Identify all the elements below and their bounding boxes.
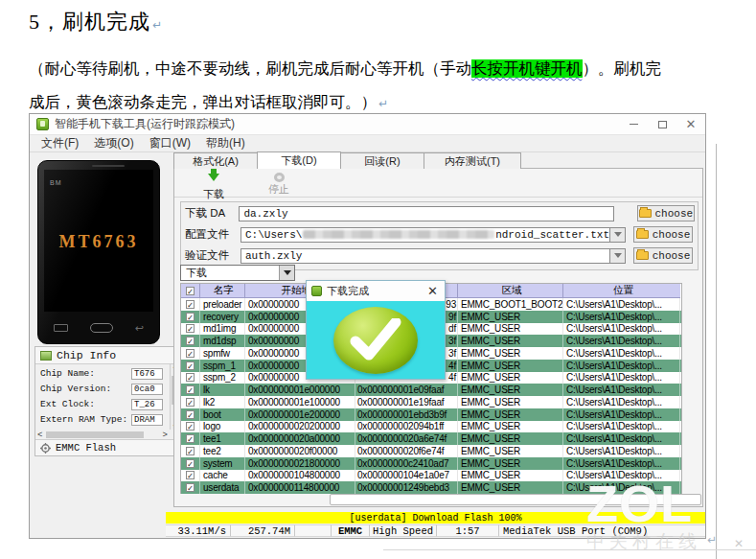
cell-name: md1dsp <box>200 335 245 347</box>
cell-name: preloader <box>200 298 245 311</box>
auth-file-input[interactable]: auth.zxly <box>241 248 610 264</box>
row-checkbox[interactable]: ✓ <box>186 373 195 382</box>
scatter-dropdown-icon[interactable] <box>610 227 626 243</box>
cell-name: tee1 <box>200 432 245 445</box>
cell-start-address: 0x0000000020f00000 <box>245 445 355 457</box>
cell-end-address: 0x000000002094b1ff <box>355 421 458 433</box>
cell-name: logo <box>200 421 245 433</box>
phone-preview-image: BM MT6763 ↩ <box>37 160 160 344</box>
table-row[interactable]: ✓ lk 0x000000001e000000 0x000000001e09fa… <box>181 384 681 396</box>
status-cell: 257.74M <box>231 524 295 537</box>
paragraph-mark: ↵ <box>378 97 388 110</box>
row-checkbox[interactable]: ✓ <box>186 337 195 345</box>
success-check-icon <box>333 307 418 374</box>
download-da-input[interactable]: da.zxly <box>239 206 613 221</box>
stop-button[interactable]: 停止 <box>257 171 301 197</box>
row-checkbox[interactable]: ✓ <box>186 398 195 407</box>
row-checkbox[interactable]: ✓ <box>186 483 195 492</box>
download-mode-dropdown[interactable]: 下载 <box>180 265 295 281</box>
dialog-app-icon <box>311 286 322 296</box>
choose-auth-button[interactable]: choose <box>633 247 693 264</box>
select-all-checkbox[interactable]: ✓ <box>181 284 200 298</box>
table-row[interactable]: ✓ boot 0x000000001e200000 0x000000001ebd… <box>181 408 681 421</box>
choose-scatter-button[interactable]: choose <box>633 226 693 243</box>
app-icon <box>36 118 49 130</box>
tab-memory-test[interactable]: 内存测试(T) <box>424 152 521 169</box>
menu-item-window[interactable]: 窗口(W) <box>142 135 198 151</box>
cell-start-address: 0x0000000020a00000 <box>245 432 355 445</box>
row-checkbox[interactable]: ✓ <box>186 447 195 455</box>
scroll-thumb[interactable] <box>46 431 144 438</box>
cell-name: userdata <box>200 481 245 494</box>
paragraph-mark: ↵ <box>707 533 717 547</box>
paragraph-mark: ↵ <box>152 18 163 32</box>
cell-name: cache <box>200 470 245 482</box>
row-checkbox[interactable]: ✓ <box>186 361 195 370</box>
row-checkbox[interactable]: ✓ <box>186 471 195 479</box>
chip-version-value: 0ca0 <box>131 384 163 395</box>
table-row[interactable]: ✓ lk2 0x000000001e100000 0x000000001e19f… <box>181 396 681 408</box>
choose-da-button[interactable]: choose <box>637 205 695 221</box>
table-row[interactable]: ✓ system 0x0000000021800000 0x00000000c2… <box>181 457 681 470</box>
row-checkbox[interactable]: ✓ <box>186 422 195 431</box>
chip-info-panel: Chip Info Chip Name:T676 Chip Version:0c… <box>34 346 181 456</box>
row-checkbox[interactable]: ✓ <box>186 410 195 419</box>
row-checkbox[interactable]: ✓ <box>186 324 195 333</box>
dialog-close-button[interactable]: ✕ <box>425 285 440 297</box>
table-row[interactable]: ✓ tee2 0x0000000020f00000 0x0000000020f6… <box>181 445 681 457</box>
scroll-right-icon[interactable]: > <box>163 431 170 440</box>
maximize-button[interactable] <box>648 114 676 134</box>
cell-location: C:\Users\A1\Desktop\... <box>563 335 680 347</box>
row-checkbox[interactable]: ✓ <box>186 313 195 321</box>
menu-item-help[interactable]: 帮助(H) <box>198 135 253 151</box>
download-da-row: 下载 DA da.zxly choose <box>185 205 695 221</box>
download-button[interactable]: 下载 <box>192 171 236 197</box>
cell-name: lk2 <box>200 396 245 408</box>
menu-bar: 文件(F) 选项(O) 窗口(W) 帮助(H) <box>30 135 705 152</box>
ext-clock-row: Ext Clock:T_26 <box>40 397 95 411</box>
cell-start-address: 0x0000000021800000 <box>245 457 355 470</box>
row-checkbox[interactable]: ✓ <box>186 434 195 443</box>
phone-brand-logo: BM <box>50 179 62 186</box>
row-checkbox[interactable]: ✓ <box>186 459 195 468</box>
cell-start-address: 0x000000001e200000 <box>245 408 355 421</box>
cell-end-address: 0x000000001e19faaf <box>355 396 458 408</box>
menu-key-icon <box>54 324 68 332</box>
chip-info-header[interactable]: Chip Info <box>35 347 180 364</box>
table-row[interactable]: ✓ logo 0x0000000020200000 0x000000002094… <box>181 421 681 433</box>
row-checkbox[interactable]: ✓ <box>186 385 195 394</box>
table-row[interactable]: ✓ userdata 0x0000000114800000 0x00000001… <box>181 481 681 494</box>
cell-region: EMMC_USER <box>458 335 563 347</box>
table-row[interactable]: ✓ tee1 0x0000000020a00000 0x0000000020a6… <box>181 432 681 445</box>
cell-start-address: 0x000000001e000000 <box>245 384 355 396</box>
tab-readback[interactable]: 回读(R) <box>340 152 424 169</box>
scroll-left-icon[interactable]: < <box>35 431 42 440</box>
row-checkbox[interactable]: ✓ <box>186 300 195 309</box>
cell-region: EMMC_USER <box>458 481 563 494</box>
blurred-path <box>303 230 494 239</box>
tab-format[interactable]: 格式化(A) <box>173 152 258 169</box>
close-button[interactable]: ✕ <box>676 114 705 134</box>
header-region: 区域 <box>458 284 563 298</box>
chip-info-body: Chip Name:T676 Chip Version:0ca0 Ext Clo… <box>35 364 180 430</box>
ext-clock-value: T_26 <box>131 399 163 410</box>
flash-tool-window: 智能手机下载工具(运行时跟踪模式) ✕ 文件(F) 选项(O) 窗口(W) 帮助… <box>29 113 706 539</box>
status-cell: EMMC <box>332 524 370 537</box>
minimize-icon <box>630 124 638 125</box>
tab-download[interactable]: 下载(D) <box>257 151 341 169</box>
emmc-flash-header[interactable]: EMMC Flash <box>35 439 180 455</box>
minimize-button[interactable] <box>619 114 648 134</box>
table-row[interactable]: ✓ cache 0x0000000104800000 0x0000000104e… <box>181 470 681 482</box>
cell-region: EMMC_USER <box>458 445 563 457</box>
toolbar: 下载 停止 <box>174 169 702 198</box>
chip-name-row: Chip Name:T676 <box>40 366 95 381</box>
phone-chip-label: MT6763 <box>44 232 153 252</box>
menu-item-file[interactable]: 文件(F) <box>34 135 86 151</box>
menu-item-options[interactable]: 选项(O) <box>86 135 141 151</box>
chip-icon <box>40 351 52 361</box>
cell-name: md1img <box>200 323 245 336</box>
auth-dropdown-icon[interactable] <box>610 248 626 264</box>
row-checkbox[interactable]: ✓ <box>186 349 195 358</box>
mode-value: 下载 <box>186 266 207 280</box>
scatter-file-input[interactable]: C:\Users\ndroid_scatter.txt <box>241 227 610 243</box>
